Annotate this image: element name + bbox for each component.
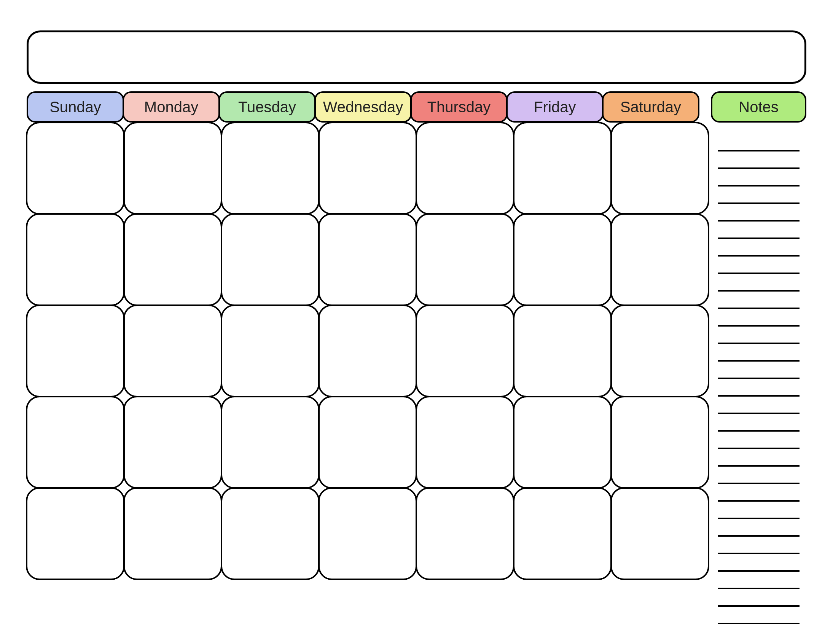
date-cell[interactable]: [221, 304, 320, 398]
note-line[interactable]: [718, 502, 799, 519]
date-cell[interactable]: [610, 213, 709, 306]
notes-column: Notes: [711, 91, 806, 624]
note-line[interactable]: [718, 309, 799, 327]
date-cell[interactable]: [318, 122, 417, 215]
date-cell[interactable]: [123, 304, 222, 398]
weekday-header-row: Sunday Monday Tuesday Wednesday Thursday…: [27, 91, 709, 122]
date-cell[interactable]: [318, 213, 417, 306]
date-cell[interactable]: [123, 122, 222, 215]
weekday-header-saturday: Saturday: [602, 91, 700, 122]
note-line[interactable]: [718, 327, 799, 344]
weekday-label: Tuesday: [238, 98, 296, 116]
date-cell[interactable]: [123, 396, 222, 489]
note-line[interactable]: [718, 344, 799, 362]
weekday-label: Sunday: [50, 98, 101, 116]
note-line[interactable]: [718, 449, 799, 467]
weekday-label: Thursday: [427, 98, 491, 116]
weekday-header-thursday: Thursday: [410, 91, 508, 122]
note-line[interactable]: [718, 572, 799, 589]
weekday-label: Saturday: [620, 98, 681, 116]
date-cell[interactable]: [318, 304, 417, 398]
note-line[interactable]: [718, 134, 799, 151]
weekday-header-monday: Monday: [122, 91, 220, 122]
date-cell[interactable]: [513, 487, 612, 580]
date-cell[interactable]: [221, 213, 320, 306]
date-cell[interactable]: [123, 487, 222, 580]
notes-label: Notes: [739, 98, 778, 116]
notes-header: Notes: [711, 91, 806, 122]
date-cell[interactable]: [318, 487, 417, 580]
date-cell[interactable]: [513, 304, 612, 398]
weekday-label: Monday: [144, 98, 198, 116]
date-cell[interactable]: [513, 396, 612, 489]
note-line[interactable]: [718, 607, 799, 624]
date-cell[interactable]: [123, 213, 222, 306]
note-line[interactable]: [718, 379, 799, 397]
date-cell[interactable]: [26, 304, 125, 398]
note-line[interactable]: [718, 222, 799, 239]
note-line[interactable]: [718, 274, 799, 291]
date-cell[interactable]: [416, 122, 515, 215]
date-cell[interactable]: [416, 304, 515, 398]
date-grid: [27, 122, 709, 579]
date-cell[interactable]: [416, 213, 515, 306]
weekday-header-tuesday: Tuesday: [219, 91, 316, 122]
note-line[interactable]: [718, 151, 799, 169]
note-line[interactable]: [718, 431, 799, 449]
date-cell[interactable]: [610, 396, 709, 489]
date-cell[interactable]: [513, 213, 612, 306]
date-cell[interactable]: [610, 122, 709, 215]
date-cell[interactable]: [26, 122, 125, 215]
calendar-body: Sunday Monday Tuesday Wednesday Thursday…: [27, 91, 806, 624]
note-line[interactable]: [718, 397, 799, 414]
date-cell[interactable]: [26, 396, 125, 489]
date-cell[interactable]: [610, 487, 709, 580]
note-line[interactable]: [718, 414, 799, 431]
weekday-header-friday: Friday: [506, 91, 603, 122]
weekday-header-wednesday: Wednesday: [314, 91, 412, 122]
date-cell[interactable]: [221, 487, 320, 580]
note-line[interactable]: [718, 291, 799, 309]
date-cell[interactable]: [318, 396, 417, 489]
note-line[interactable]: [718, 589, 799, 607]
weekday-label: Wednesday: [323, 98, 404, 116]
note-line[interactable]: [718, 554, 799, 572]
date-cell[interactable]: [513, 122, 612, 215]
notes-lines[interactable]: [711, 122, 806, 624]
date-cell[interactable]: [416, 396, 515, 489]
note-line[interactable]: [718, 467, 799, 484]
calendar-grid-column: Sunday Monday Tuesday Wednesday Thursday…: [27, 91, 709, 624]
note-line[interactable]: [718, 362, 799, 379]
date-cell[interactable]: [221, 122, 320, 215]
note-line[interactable]: [718, 169, 799, 187]
date-cell[interactable]: [26, 487, 125, 580]
note-line[interactable]: [718, 519, 799, 537]
note-line[interactable]: [718, 187, 799, 204]
calendar-page: Sunday Monday Tuesday Wednesday Thursday…: [0, 0, 833, 644]
note-line[interactable]: [718, 484, 799, 502]
date-cell[interactable]: [610, 304, 709, 398]
title-box[interactable]: [27, 31, 806, 84]
date-cell[interactable]: [416, 487, 515, 580]
date-cell[interactable]: [26, 213, 125, 306]
note-line[interactable]: [718, 256, 799, 274]
weekday-label: Friday: [534, 98, 576, 116]
note-line[interactable]: [718, 239, 799, 256]
date-cell[interactable]: [221, 396, 320, 489]
weekday-header-sunday: Sunday: [27, 91, 124, 122]
note-line[interactable]: [718, 204, 799, 222]
note-line[interactable]: [718, 537, 799, 554]
